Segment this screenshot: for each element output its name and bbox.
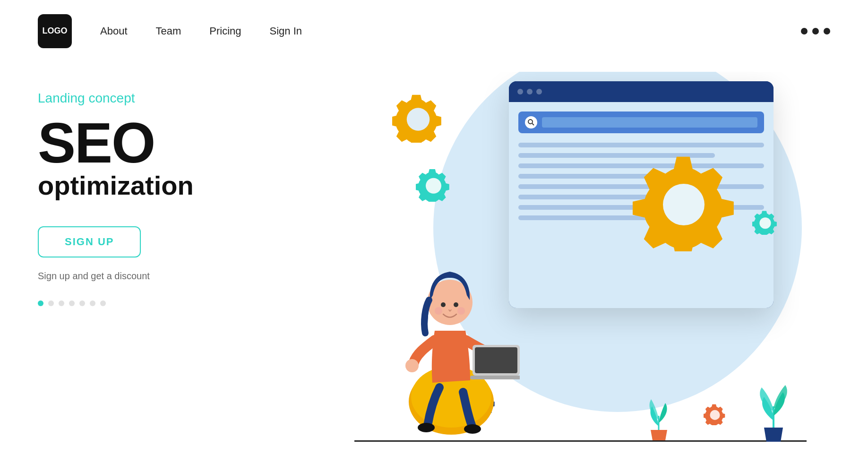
svg-point-17 [441, 302, 446, 307]
navigation: About Team Pricing Sign In [100, 25, 302, 37]
page-dot-1[interactable] [38, 300, 43, 306]
search-bar [518, 111, 764, 133]
title-optimization: optimization [38, 171, 284, 200]
page-dot-5[interactable] [79, 300, 85, 306]
search-icon [525, 116, 537, 129]
more-options-menu[interactable] [801, 28, 830, 34]
title-seo: SEO [38, 114, 284, 171]
browser-line [518, 143, 764, 147]
dot2 [812, 28, 819, 34]
page-dot-4[interactable] [69, 300, 75, 306]
svg-point-12 [405, 359, 419, 372]
svg-line-1 [532, 123, 534, 125]
hero-illustration [284, 72, 830, 463]
svg-point-0 [528, 120, 533, 124]
header: LO GO About Team Pricing Sign In [0, 0, 868, 62]
nav-about[interactable]: About [100, 25, 128, 37]
discount-text: Sign up and get a discount [38, 271, 284, 282]
browser-header [509, 81, 773, 102]
gear-top-left [392, 91, 444, 143]
landing-label: Landing concept [38, 91, 284, 106]
nav-signin[interactable]: Sign In [270, 25, 302, 37]
svg-point-6 [710, 410, 720, 420]
logo[interactable]: LO GO [38, 14, 72, 48]
page-dot-6[interactable] [90, 300, 95, 306]
search-input-bar [542, 117, 757, 128]
page-dot-7[interactable] [100, 300, 106, 306]
main-content: Landing concept SEO optimization SIGN UP… [0, 62, 868, 463]
svg-point-3 [407, 108, 430, 130]
nav-team[interactable]: Team [156, 25, 181, 37]
pagination [38, 300, 284, 306]
gear-small-right [752, 209, 778, 235]
plant-mid [644, 397, 674, 444]
gear-bottom-right [704, 403, 726, 425]
signup-button[interactable]: SIGN UP [38, 226, 141, 257]
hero-left: Landing concept SEO optimization SIGN UP… [38, 72, 284, 463]
svg-point-11 [464, 424, 481, 434]
logo-line1: LO [42, 26, 54, 36]
svg-point-4 [426, 178, 441, 194]
plant-right [755, 383, 792, 444]
svg-rect-15 [470, 376, 520, 379]
svg-point-20 [457, 307, 465, 315]
nav-pricing[interactable]: Pricing [209, 25, 241, 37]
gear-large [632, 147, 736, 251]
svg-point-18 [454, 302, 458, 307]
logo-line2: GO [54, 26, 67, 36]
svg-point-2 [663, 184, 705, 225]
page-dot-3[interactable] [59, 300, 64, 306]
svg-rect-14 [475, 347, 517, 373]
dot3 [824, 28, 830, 34]
svg-point-19 [435, 307, 442, 315]
person-illustration [378, 213, 520, 449]
gear-mid-left [416, 166, 451, 202]
svg-point-5 [759, 217, 771, 229]
svg-point-10 [418, 423, 435, 432]
page-dot-2[interactable] [48, 300, 54, 306]
dot1 [801, 28, 808, 34]
